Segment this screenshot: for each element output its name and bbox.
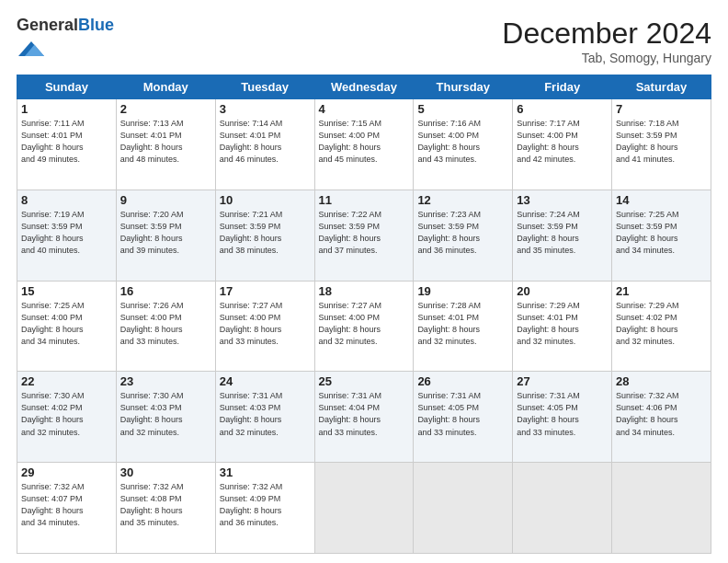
day-header-thursday: Thursday [414, 75, 513, 99]
day-info: Sunrise: 7:32 AMSunset: 4:06 PMDaylight:… [616, 390, 707, 438]
day-number: 25 [319, 374, 410, 388]
day-number: 12 [417, 193, 508, 207]
day-info: Sunrise: 7:26 AMSunset: 4:00 PMDaylight:… [120, 300, 211, 348]
location: Tab, Somogy, Hungary [502, 51, 711, 65]
day-info: Sunrise: 7:30 AMSunset: 4:03 PMDaylight:… [120, 390, 211, 438]
day-info: Sunrise: 7:30 AMSunset: 4:02 PMDaylight:… [21, 390, 112, 438]
day-cell: 27Sunrise: 7:31 AMSunset: 4:05 PMDayligh… [513, 372, 612, 463]
day-info: Sunrise: 7:29 AMSunset: 4:02 PMDaylight:… [616, 300, 707, 348]
day-cell: 19Sunrise: 7:28 AMSunset: 4:01 PMDayligh… [414, 281, 513, 372]
day-info: Sunrise: 7:19 AMSunset: 3:59 PMDaylight:… [21, 209, 112, 257]
day-cell: 24Sunrise: 7:31 AMSunset: 4:03 PMDayligh… [215, 372, 314, 463]
day-number: 22 [21, 374, 112, 388]
day-number: 5 [417, 102, 508, 116]
day-cell [513, 463, 612, 554]
day-cell: 31Sunrise: 7:32 AMSunset: 4:09 PMDayligh… [215, 463, 314, 554]
calendar-table: SundayMondayTuesdayWednesdayThursdayFrid… [17, 75, 711, 554]
day-number: 14 [616, 193, 707, 207]
week-row-5: 29Sunrise: 7:32 AMSunset: 4:07 PMDayligh… [17, 463, 711, 554]
day-cell: 28Sunrise: 7:32 AMSunset: 4:06 PMDayligh… [612, 372, 711, 463]
day-info: Sunrise: 7:31 AMSunset: 4:05 PMDaylight:… [417, 390, 508, 438]
day-number: 31 [220, 465, 311, 479]
day-cell: 17Sunrise: 7:27 AMSunset: 4:00 PMDayligh… [215, 281, 314, 372]
day-number: 18 [319, 284, 410, 298]
day-cell: 4Sunrise: 7:15 AMSunset: 4:00 PMDaylight… [314, 99, 414, 190]
day-info: Sunrise: 7:21 AMSunset: 3:59 PMDaylight:… [220, 209, 311, 257]
day-cell: 16Sunrise: 7:26 AMSunset: 4:00 PMDayligh… [116, 281, 215, 372]
day-cell: 25Sunrise: 7:31 AMSunset: 4:04 PMDayligh… [314, 372, 414, 463]
day-number: 28 [616, 374, 707, 388]
day-info: Sunrise: 7:27 AMSunset: 4:00 PMDaylight:… [220, 300, 311, 348]
day-number: 21 [616, 284, 707, 298]
logo: GeneralBlue [17, 17, 114, 64]
day-info: Sunrise: 7:14 AMSunset: 4:01 PMDaylight:… [220, 118, 311, 166]
week-row-2: 8Sunrise: 7:19 AMSunset: 3:59 PMDaylight… [17, 190, 711, 281]
day-number: 10 [220, 193, 311, 207]
day-number: 15 [21, 284, 112, 298]
week-row-3: 15Sunrise: 7:25 AMSunset: 4:00 PMDayligh… [17, 281, 711, 372]
day-number: 4 [319, 102, 410, 116]
month-title: December 2024 [502, 17, 711, 51]
day-number: 9 [120, 193, 211, 207]
logo-icon [18, 35, 44, 61]
logo-general-text: General [17, 16, 78, 34]
day-info: Sunrise: 7:11 AMSunset: 4:01 PMDaylight:… [21, 118, 112, 166]
day-header-saturday: Saturday [612, 75, 711, 99]
day-number: 2 [120, 102, 211, 116]
day-header-friday: Friday [513, 75, 612, 99]
header: GeneralBlue December 2024 Tab, Somogy, H… [17, 17, 711, 65]
day-cell: 23Sunrise: 7:30 AMSunset: 4:03 PMDayligh… [116, 372, 215, 463]
day-cell: 14Sunrise: 7:25 AMSunset: 3:59 PMDayligh… [612, 190, 711, 281]
day-number: 8 [21, 193, 112, 207]
day-cell: 9Sunrise: 7:20 AMSunset: 3:59 PMDaylight… [116, 190, 215, 281]
day-cell: 26Sunrise: 7:31 AMSunset: 4:05 PMDayligh… [414, 372, 513, 463]
day-info: Sunrise: 7:22 AMSunset: 3:59 PMDaylight:… [319, 209, 410, 257]
day-cell [414, 463, 513, 554]
day-cell: 7Sunrise: 7:18 AMSunset: 3:59 PMDaylight… [612, 99, 711, 190]
day-number: 6 [517, 102, 608, 116]
day-number: 23 [120, 374, 211, 388]
day-cell: 3Sunrise: 7:14 AMSunset: 4:01 PMDaylight… [215, 99, 314, 190]
day-cell: 6Sunrise: 7:17 AMSunset: 4:00 PMDaylight… [513, 99, 612, 190]
day-info: Sunrise: 7:32 AMSunset: 4:08 PMDaylight:… [120, 481, 211, 529]
day-cell: 8Sunrise: 7:19 AMSunset: 3:59 PMDaylight… [17, 190, 117, 281]
day-number: 30 [120, 465, 211, 479]
day-cell: 13Sunrise: 7:24 AMSunset: 3:59 PMDayligh… [513, 190, 612, 281]
day-info: Sunrise: 7:13 AMSunset: 4:01 PMDaylight:… [120, 118, 211, 166]
day-number: 26 [417, 374, 508, 388]
day-number: 19 [417, 284, 508, 298]
logo-blue-text: Blue [78, 16, 114, 34]
day-info: Sunrise: 7:31 AMSunset: 4:04 PMDaylight:… [319, 390, 410, 438]
day-cell: 2Sunrise: 7:13 AMSunset: 4:01 PMDaylight… [116, 99, 215, 190]
day-number: 11 [319, 193, 410, 207]
day-cell: 15Sunrise: 7:25 AMSunset: 4:00 PMDayligh… [17, 281, 117, 372]
day-info: Sunrise: 7:17 AMSunset: 4:00 PMDaylight:… [517, 118, 608, 166]
title-block: December 2024 Tab, Somogy, Hungary [502, 17, 711, 65]
day-cell: 12Sunrise: 7:23 AMSunset: 3:59 PMDayligh… [414, 190, 513, 281]
day-number: 1 [21, 102, 112, 116]
day-info: Sunrise: 7:25 AMSunset: 3:59 PMDaylight:… [616, 209, 707, 257]
day-number: 17 [220, 284, 311, 298]
day-cell: 30Sunrise: 7:32 AMSunset: 4:08 PMDayligh… [116, 463, 215, 554]
day-info: Sunrise: 7:25 AMSunset: 4:00 PMDaylight:… [21, 300, 112, 348]
calendar-page: GeneralBlue December 2024 Tab, Somogy, H… [0, 0, 728, 563]
week-row-1: 1Sunrise: 7:11 AMSunset: 4:01 PMDaylight… [17, 99, 711, 190]
day-info: Sunrise: 7:32 AMSunset: 4:07 PMDaylight:… [21, 481, 112, 529]
week-row-4: 22Sunrise: 7:30 AMSunset: 4:02 PMDayligh… [17, 372, 711, 463]
day-info: Sunrise: 7:16 AMSunset: 4:00 PMDaylight:… [417, 118, 508, 166]
calendar-header-row: SundayMondayTuesdayWednesdayThursdayFrid… [17, 75, 711, 99]
day-cell: 5Sunrise: 7:16 AMSunset: 4:00 PMDaylight… [414, 99, 513, 190]
day-header-monday: Monday [116, 75, 215, 99]
day-header-sunday: Sunday [17, 75, 117, 99]
day-info: Sunrise: 7:31 AMSunset: 4:03 PMDaylight:… [220, 390, 311, 438]
day-number: 27 [517, 374, 608, 388]
day-info: Sunrise: 7:20 AMSunset: 3:59 PMDaylight:… [120, 209, 211, 257]
day-number: 24 [220, 374, 311, 388]
day-number: 13 [517, 193, 608, 207]
day-cell: 10Sunrise: 7:21 AMSunset: 3:59 PMDayligh… [215, 190, 314, 281]
day-cell: 29Sunrise: 7:32 AMSunset: 4:07 PMDayligh… [17, 463, 117, 554]
day-header-wednesday: Wednesday [314, 75, 414, 99]
day-info: Sunrise: 7:29 AMSunset: 4:01 PMDaylight:… [517, 300, 608, 348]
day-cell: 18Sunrise: 7:27 AMSunset: 4:00 PMDayligh… [314, 281, 414, 372]
day-number: 29 [21, 465, 112, 479]
